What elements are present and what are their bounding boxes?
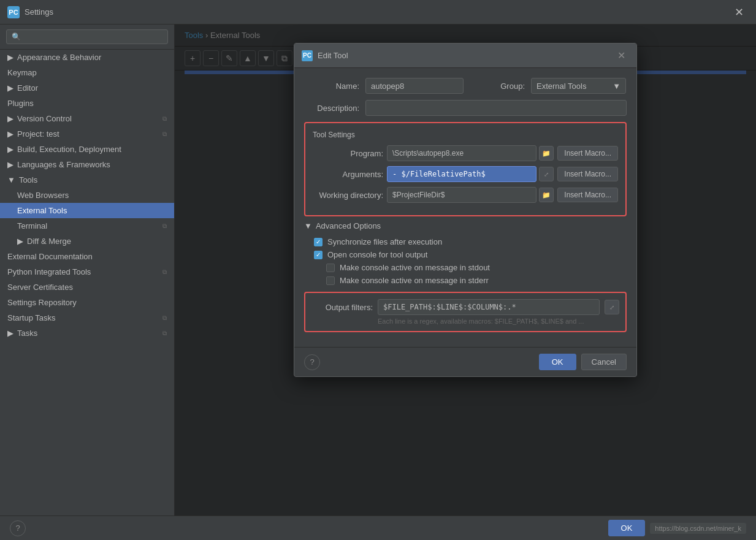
- title-bar-left: PC Settings: [7, 6, 53, 18]
- program-label: Program:: [313, 149, 383, 158]
- name-input[interactable]: [365, 78, 464, 94]
- program-input-wrap: 📁: [387, 145, 554, 161]
- working-dir-row: Working directory: 📁 Insert Macro...: [313, 187, 618, 203]
- group-select[interactable]: External Tools ▼: [531, 78, 626, 94]
- sidebar-item-label: Diff & Merge: [27, 237, 71, 246]
- description-row: Description:: [304, 100, 627, 116]
- url-bar: https://blog.csdn.net/miner_k: [650, 523, 746, 534]
- advanced-options-toggle[interactable]: ▼ Advanced Options: [304, 221, 627, 230]
- sidebar-item-server-certs[interactable]: Server Certificates: [0, 280, 174, 295]
- sidebar-item-external-docs[interactable]: External Documentation: [0, 249, 174, 264]
- sidebar-item-editor[interactable]: ▶ Editor: [0, 80, 174, 96]
- program-browse-button[interactable]: 📁: [539, 146, 554, 161]
- sidebar-item-external-tools[interactable]: External Tools: [0, 203, 174, 218]
- sidebar-item-label: Settings Repository: [7, 298, 77, 307]
- working-dir-browse-button[interactable]: 📁: [539, 188, 554, 202]
- app-icon: PC: [7, 6, 20, 18]
- sidebar-item-label: Keymap: [7, 68, 37, 77]
- sidebar-item-label: Build, Execution, Deployment: [17, 145, 121, 154]
- console-active-stderr-checkbox[interactable]: [326, 276, 335, 285]
- arrow-icon: ▶: [7, 129, 13, 139]
- sync-files-checkbox[interactable]: [314, 238, 323, 246]
- sidebar-item-languages[interactable]: ▶ Languages & Frameworks: [0, 157, 174, 172]
- bottom-bar: ? OK https://blog.csdn.net/miner_k: [0, 515, 756, 540]
- advanced-options-section: ▼ Advanced Options Synchronize files aft…: [304, 221, 627, 287]
- modal-title-bar: PC Edit Tool ✕: [294, 44, 636, 68]
- console-active-stderr-row: Make console active on message in stderr: [304, 274, 627, 287]
- output-filters-input[interactable]: [378, 299, 600, 315]
- working-dir-input[interactable]: [387, 187, 536, 203]
- modal-title-left: PC Edit Tool: [302, 50, 348, 61]
- dropdown-arrow-icon: ▼: [613, 82, 620, 91]
- arguments-expand-button[interactable]: ⤢: [539, 167, 554, 181]
- sidebar-item-project[interactable]: ▶ Project: test ⧉: [0, 126, 174, 142]
- sidebar-item-build[interactable]: ▶ Build, Execution, Deployment: [0, 142, 174, 157]
- sync-files-label: Synchronize files after execution: [327, 237, 442, 246]
- modal-overlay: PC Edit Tool ✕ Name: Group:: [175, 25, 756, 515]
- cancel-button[interactable]: Cancel: [581, 354, 627, 370]
- sidebar-item-label: Tasks: [17, 329, 37, 338]
- close-button[interactable]: ✕: [730, 3, 749, 21]
- copy-icon: ⧉: [162, 314, 167, 322]
- output-filters-label: Output filters:: [311, 303, 373, 312]
- sidebar-item-keymap[interactable]: Keymap: [0, 65, 174, 80]
- sidebar-item-diff-merge[interactable]: ▶ Diff & Merge: [0, 234, 174, 249]
- ok-button[interactable]: OK: [539, 354, 576, 370]
- bottom-help-button[interactable]: ?: [10, 520, 26, 536]
- title-bar: PC Settings ✕: [0, 0, 756, 25]
- sidebar-item-label: Version Control: [17, 114, 72, 123]
- output-filters-expand-button[interactable]: ⤢: [605, 300, 619, 314]
- console-active-stdout-label: Make console active on message in stdout: [340, 263, 490, 272]
- program-input[interactable]: [387, 145, 536, 161]
- search-box: [0, 25, 174, 50]
- sidebar-item-tools[interactable]: ▼ Tools: [0, 172, 174, 188]
- copy-icon: ⧉: [162, 131, 167, 138]
- open-console-checkbox[interactable]: [314, 251, 323, 259]
- program-row: Program: 📁 Insert Macro...: [313, 145, 618, 161]
- sidebar-item-label: External Documentation: [7, 252, 93, 261]
- modal-app-icon: PC: [302, 50, 313, 61]
- sidebar-item-python-integrated[interactable]: Python Integrated Tools ⧉: [0, 264, 174, 280]
- arrow-icon: ▶: [7, 83, 13, 93]
- tool-settings-title: Tool Settings: [313, 131, 618, 139]
- console-active-stdout-checkbox[interactable]: [326, 264, 335, 272]
- console-active-stdout-row: Make console active on message in stdout: [304, 261, 627, 274]
- arrow-icon: ▶: [17, 237, 23, 246]
- description-input[interactable]: [365, 100, 627, 116]
- sidebar-item-appearance[interactable]: ▶ Appearance & Behavior: [0, 50, 174, 65]
- bottom-ok-button[interactable]: OK: [608, 520, 646, 536]
- sidebar-item-plugins[interactable]: Plugins: [0, 96, 174, 111]
- arguments-row: Arguments: ⤢ Insert Macro...: [313, 166, 618, 182]
- sidebar-item-label: Project: test: [17, 129, 59, 139]
- arrow-icon: ▶: [7, 160, 13, 169]
- arguments-input-wrap: ⤢: [387, 166, 554, 182]
- sidebar-item-label: Plugins: [7, 99, 34, 108]
- output-filters-row: Output filters: ⤢: [311, 299, 619, 315]
- modal-close-button[interactable]: ✕: [614, 48, 629, 63]
- sidebar-item-settings-repo[interactable]: Settings Repository: [0, 295, 174, 310]
- advanced-title-text: Advanced Options: [316, 221, 381, 230]
- collapse-icon: ▼: [304, 221, 312, 230]
- sidebar-item-tasks[interactable]: ▶ Tasks ⧉: [0, 325, 174, 341]
- window-title: Settings: [25, 7, 53, 17]
- copy-icon: ⧉: [162, 222, 167, 230]
- arguments-input[interactable]: [387, 166, 536, 182]
- name-group-row: Name: Group: External Tools ▼: [304, 78, 627, 94]
- sidebar-item-terminal[interactable]: Terminal ⧉: [0, 218, 174, 234]
- sidebar-item-version-control[interactable]: ▶ Version Control ⧉: [0, 111, 174, 126]
- program-insert-macro-button[interactable]: Insert Macro...: [557, 146, 618, 161]
- sidebar-item-label: Python Integrated Tools: [7, 267, 91, 276]
- bottom-right: OK https://blog.csdn.net/miner_k: [608, 520, 746, 536]
- copy-icon: ⧉: [162, 330, 167, 337]
- arguments-insert-macro-button[interactable]: Insert Macro...: [557, 167, 618, 181]
- sidebar-item-label: Server Certificates: [7, 283, 73, 292]
- sidebar-item-web-browsers[interactable]: Web Browsers: [0, 188, 174, 203]
- search-input[interactable]: [6, 29, 168, 44]
- sidebar-item-startup-tasks[interactable]: Startup Tasks ⧉: [0, 310, 174, 325]
- help-button[interactable]: ?: [304, 354, 320, 370]
- arguments-label: Arguments:: [313, 170, 383, 179]
- arrow-icon: ▶: [7, 145, 13, 154]
- working-dir-insert-macro-button[interactable]: Insert Macro...: [557, 188, 618, 202]
- open-console-row: Open console for tool output: [304, 248, 627, 261]
- sidebar-item-label: Terminal: [17, 221, 47, 230]
